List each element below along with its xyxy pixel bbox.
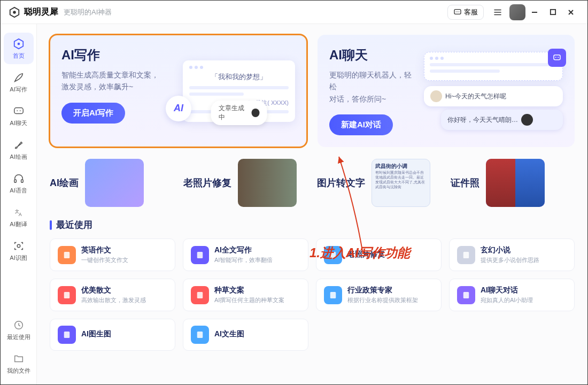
svg-point-11 xyxy=(17,110,18,111)
chat-icon xyxy=(12,104,26,118)
sidebar-item-label: AI聊天 xyxy=(10,119,27,127)
menu-button[interactable] xyxy=(489,4,506,21)
svg-rect-28 xyxy=(330,292,336,298)
start-ai-write-button[interactable]: 开启AI写作 xyxy=(61,103,125,124)
recent-app-icon xyxy=(457,286,475,304)
sidebar-item-label: AI翻译 xyxy=(10,220,27,228)
recent-sub: AI撰写任何主题的种草文案 xyxy=(214,296,300,304)
ai-avatar-icon xyxy=(521,114,533,126)
sidebar-item-chat[interactable]: AI聊天 xyxy=(4,100,34,132)
recent-sub: 一键创作英文作文 xyxy=(81,256,167,264)
maximize-button[interactable] xyxy=(544,5,562,20)
recent-app-icon xyxy=(191,326,209,344)
svg-point-21 xyxy=(558,57,559,58)
app-tagline: 更聪明的AI神器 xyxy=(64,7,112,17)
svg-point-4 xyxy=(457,11,458,12)
recent-app-icon xyxy=(58,246,76,264)
sidebar-item-write[interactable]: AI写作 xyxy=(4,66,34,98)
sidebar-item-recent[interactable]: 最近使用 xyxy=(4,314,34,345)
support-button[interactable]: 客服 xyxy=(447,5,484,20)
svg-rect-7 xyxy=(550,10,555,14)
minimize-button[interactable] xyxy=(525,5,544,20)
chat-bubble-icon xyxy=(453,8,462,17)
svg-rect-22 xyxy=(64,252,70,258)
app-name: 聪明灵犀 xyxy=(24,6,58,18)
recent-name: AI图生图 xyxy=(81,329,167,339)
tile-title: AI绘画 xyxy=(50,176,79,189)
support-label: 客服 xyxy=(464,7,478,17)
sidebar-item-home[interactable]: 首页 xyxy=(4,33,34,64)
svg-rect-23 xyxy=(197,252,203,258)
recent-sub: AI智能写作，效率翻倍 xyxy=(214,256,300,264)
generation-status: 文章生成中 xyxy=(211,101,267,125)
sidebar-item-label: 我的文件 xyxy=(7,367,30,375)
sidebar-item-label: AI写作 xyxy=(10,86,27,94)
recent-name: AI全文写作 xyxy=(214,245,300,255)
recent-app-icon xyxy=(324,286,342,304)
tile-ai-paint[interactable]: AI绘画 xyxy=(50,159,174,207)
recent-app-icon xyxy=(457,246,475,264)
tile-id-photo[interactable]: 证件照 xyxy=(451,159,575,207)
svg-rect-25 xyxy=(463,252,469,258)
home-icon xyxy=(12,37,26,51)
recent-sub: 根据行业名称提供政策框架 xyxy=(347,296,434,304)
svg-point-3 xyxy=(456,11,457,12)
svg-point-20 xyxy=(555,57,556,58)
chat-bubble-ai: 你好呀，今天天气晴朗… xyxy=(441,110,563,130)
recent-card[interactable]: 玄幻小说提供更多小说创作思路 xyxy=(449,238,575,271)
sidebar-item-paint[interactable]: AI绘画 xyxy=(4,134,34,165)
hero-card-chat[interactable]: AI聊天 更聪明的聊天机器人，轻松 对话，答你所问~ 新建AI对话 xyxy=(318,35,575,147)
recent-sub: 高效输出散文，激发灵感 xyxy=(81,296,167,304)
mock-doc-title: 「我和我的梦想」 xyxy=(189,72,289,82)
chat-bubble-user: Hi~今天的天气怎样呢 xyxy=(424,86,563,106)
recent-card[interactable]: 英语作文一键创作英文作文 xyxy=(50,238,175,271)
sidebar-item-scan[interactable]: AI识图 xyxy=(4,235,34,266)
user-avatar[interactable] xyxy=(509,4,525,20)
hero-card-write[interactable]: AI写作 智能生成高质量文章和文案， 激发灵感，效率飙升~ 开启AI写作 「我和… xyxy=(50,35,307,147)
svg-point-1 xyxy=(13,11,16,14)
close-button[interactable] xyxy=(562,5,580,20)
ai-badge-icon: AI xyxy=(166,96,191,121)
tile-title: 图片转文字 xyxy=(317,176,365,189)
recent-section-title: 最近使用 xyxy=(50,219,575,231)
clock-icon xyxy=(12,318,26,332)
hero-write-desc: 智能生成高质量文章和文案， 激发灵感，效率飙升~ xyxy=(61,69,173,93)
tile-photo-restore[interactable]: 老照片修复 xyxy=(183,159,307,207)
recent-name: AI文生图 xyxy=(214,329,300,339)
hero-chat-desc: 更聪明的聊天机器人，轻松 对话，答你所问~ xyxy=(329,69,414,105)
svg-rect-29 xyxy=(463,292,469,298)
svg-rect-26 xyxy=(64,292,70,298)
recent-card[interactable]: AI文生图 xyxy=(183,319,308,351)
svg-text:A: A xyxy=(19,212,22,217)
svg-rect-27 xyxy=(197,292,203,298)
sidebar-item-translate[interactable]: 文A AI翻译 xyxy=(4,201,34,233)
folder-icon xyxy=(12,352,26,366)
recent-name: 玄幻小说 xyxy=(481,245,567,255)
tile-ocr[interactable]: 图片转文字 武昌街的小调 有时候到重庆随采书总会不自觉地跟武昌街去走一回。最近发… xyxy=(317,159,441,207)
recent-name: 优美散文 xyxy=(81,286,167,295)
chat-preview: Hi~今天的天气怎样呢 你好呀，今天天气晴朗… xyxy=(424,52,563,130)
recent-card[interactable]: AI全文写作AI智能写作，效率翻倍 xyxy=(183,238,308,271)
svg-point-9 xyxy=(17,43,20,45)
recent-app-icon xyxy=(191,286,209,304)
recent-name: 种草文案 xyxy=(214,286,300,295)
annotation-label: 1.进入AI写作功能 xyxy=(310,244,410,261)
headphones-icon xyxy=(12,172,26,186)
sidebar-item-label: AI绘画 xyxy=(10,153,27,161)
sidebar-item-files[interactable]: 我的文件 xyxy=(4,348,34,379)
recent-name: 英语作文 xyxy=(81,245,167,255)
sidebar-item-voice[interactable]: AI语音 xyxy=(4,167,34,199)
recent-sub: 宛如真人的AI小助理 xyxy=(481,296,567,304)
recent-card[interactable]: AI聊天对话宛如真人的AI小助理 xyxy=(449,279,575,311)
svg-point-17 xyxy=(17,244,20,248)
app-logo-icon xyxy=(8,6,21,19)
recent-card[interactable]: 种草文案AI撰写任何主题的种草文案 xyxy=(183,279,308,311)
scan-icon xyxy=(12,239,26,253)
svg-rect-10 xyxy=(14,108,23,114)
new-chat-button[interactable]: 新建AI对话 xyxy=(329,114,393,135)
recent-card[interactable]: 优美散文高效输出散文，激发灵感 xyxy=(50,279,175,311)
recent-card[interactable]: AI图生图 xyxy=(50,319,175,351)
chat-badge-icon xyxy=(548,49,566,67)
tile-title: 老照片修复 xyxy=(183,176,231,189)
recent-card[interactable]: 行业政策专家根据行业名称提供政策框架 xyxy=(316,279,442,311)
